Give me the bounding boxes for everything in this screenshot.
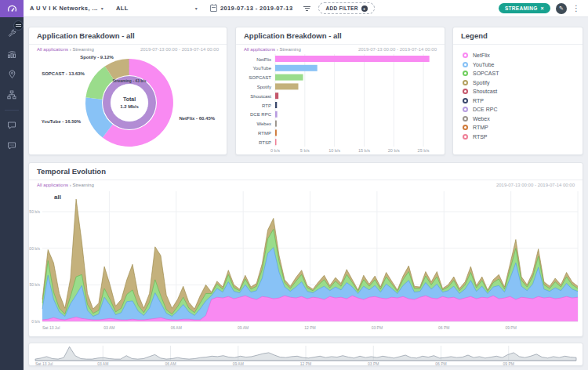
sidebar-item-topology[interactable] [0, 85, 24, 105]
funnel-filter-icon[interactable] [299, 6, 315, 11]
overview-xtick: 06 AM [165, 361, 176, 366]
bar-category-webex: Webex [256, 122, 271, 126]
sidebar-divider [5, 110, 19, 111]
temporal-xtick: Sat 13 Jul [42, 325, 60, 330]
legend-item-spotify[interactable]: Spotify [463, 78, 573, 88]
overview-minimap-chart[interactable]: Sat 13 Jul03 AM06 AM09 AM12 PM03 PM06 PM… [29, 343, 583, 365]
bar-rtp[interactable] [275, 102, 277, 108]
donut-ring-label: Streaming - 43 b/s [112, 78, 146, 83]
bar-shoutcast[interactable] [275, 92, 278, 99]
legend-label: NetFlix [473, 53, 490, 58]
panel-timestamp: 2019-07-13 00:00 - 2019-07-14 00:00 [358, 47, 437, 52]
breadcrumb-link-all-applications[interactable]: All applications [244, 47, 275, 52]
legend-label: DCE RPC [473, 107, 498, 112]
bar-category-rtp: RTP [262, 103, 271, 108]
temporal-xtick: 09 AM [238, 325, 249, 330]
donut-label-spotify: Spotify - 9.12% [80, 55, 114, 60]
sidebar-item-analytics[interactable] [0, 44, 24, 64]
temporal-ytick: 150 b/s [29, 209, 40, 214]
breadcrumb-link-all-applications[interactable]: All applications [37, 183, 68, 187]
bar-dce-rpc[interactable] [275, 111, 278, 118]
breadcrumb: All applications › Streaming [37, 183, 94, 187]
temporal-ytick: 50 b/s [29, 282, 40, 287]
panel-timestamp: 2019-07-13 00:00 - 2019-07-14 00:00 [140, 47, 219, 52]
donut-label-youtube: YouTube - 16.50% [42, 119, 82, 124]
legend-swatch-icon [463, 80, 468, 85]
bar-rtmp[interactable] [275, 129, 277, 136]
donut-label-sopcast: SOPCAST - 13.63% [42, 71, 85, 76]
legend-item-dce-rpc[interactable]: DCE RPC [463, 105, 573, 114]
bar-sopcast[interactable] [275, 74, 303, 81]
chevron-down-icon: ▾ [101, 5, 103, 11]
temporal-ytick: 100 b/s [29, 246, 40, 251]
temporal-xtick: 03 AM [103, 325, 114, 330]
date-range-picker[interactable]: 2019-07-13 - 2019-07-13 [204, 0, 299, 16]
legend-swatch-icon [463, 125, 468, 130]
chip-remove-icon[interactable]: × [541, 5, 544, 11]
legend-item-rtmp[interactable]: RTMP [463, 123, 573, 132]
legend-swatch-icon [463, 62, 468, 67]
calendar-icon [210, 5, 217, 12]
legend-item-rtp[interactable]: RTP [463, 96, 573, 106]
sidebar-item-locations[interactable] [0, 64, 24, 85]
filter-chip-streaming[interactable]: STREAMING × [499, 3, 550, 13]
temporal-area-chart: 0 b/s50 b/s100 b/s150 b/sSat 13 Jul03 AM… [29, 188, 583, 336]
legend-swatch-icon [463, 107, 468, 112]
analytics-chart-icon [7, 49, 16, 59]
temporal-xtick: 06 AM [171, 325, 182, 330]
sidebar-item-dashboard[interactable] [0, 0, 24, 17]
panel-application-breakdown-bars: Application Breakdown - all All applicat… [235, 27, 445, 155]
bar-rtsp[interactable] [275, 139, 277, 145]
bar-category-netflix: NetFlix [256, 57, 271, 62]
location-pin-icon [8, 70, 16, 79]
overview-xtick: 06 PM [435, 361, 446, 366]
chevron-down-icon: ▾ [195, 5, 198, 11]
panel-title: Temporal Evolution [29, 163, 583, 180]
temporal-xtick: 12 PM [304, 325, 315, 330]
temporal-xtick: 03 PM [372, 325, 383, 330]
network-selector-label: A U V I K Networks, ... [30, 5, 98, 12]
legend-item-youtube[interactable]: YouTube [463, 60, 573, 70]
overview-xtick: 09 AM [233, 361, 244, 366]
legend-item-rtsp[interactable]: RTSP [463, 132, 573, 142]
breadcrumb-link-all-applications[interactable]: All applications [37, 47, 68, 52]
panel-temporal-evolution: Temporal Evolution All applications › St… [28, 162, 583, 337]
speedometer-dashboard-icon [7, 4, 17, 14]
bar-netflix[interactable] [275, 56, 430, 62]
add-filter-label: ADD FILTER [325, 5, 358, 11]
legend-item-webex[interactable]: Webex [463, 114, 573, 124]
network-selector[interactable]: A U V I K Networks, ... ▾ [24, 0, 110, 16]
bar-xtick: 5 b/s [300, 148, 310, 153]
sidebar-item-feedback[interactable] [0, 136, 24, 156]
add-filter-button[interactable]: ADD FILTER + [318, 2, 374, 14]
bar-youtube[interactable] [275, 65, 318, 71]
legend-label: SOPCAST [473, 71, 499, 76]
bar-category-rtsp: RTSP [259, 140, 271, 145]
bar-spotify[interactable] [275, 83, 298, 89]
date-range-label: 2019-07-13 - 2019-07-13 [220, 5, 293, 12]
sidebar-collapse-toggle[interactable] [13, 20, 24, 31]
legend-item-shoutcast[interactable]: Shoutcast [463, 87, 573, 96]
bar-xtick: 20 b/s [388, 148, 400, 153]
legend-list: NetFlixYouTubeSOPCASTSpotifyShoutcastRTP… [453, 45, 583, 147]
bar-category-rtmp: RTMP [258, 131, 271, 136]
topbar: A U V I K Networks, ... ▾ ALL ▾ 2019-07-… [24, 0, 588, 17]
temporal-ytick: 0 b/s [31, 319, 40, 324]
scope-selector[interactable]: ALL ▾ [110, 5, 204, 12]
bar-category-shoutcast: Shoutcast [250, 94, 271, 99]
temporal-series-label: all [54, 194, 61, 201]
bar-category-spotify: Spotify [257, 85, 271, 89]
sidebar-item-chat[interactable] [0, 115, 24, 136]
panel-timestamp: 2019-07-13 00:00 - 2019-07-14 00:00 [496, 183, 575, 187]
edit-dashboard-button[interactable]: ✎ [556, 3, 567, 14]
legend-item-sopcast[interactable]: SOPCAST [463, 69, 573, 78]
breadcrumb: All applications › Streaming [244, 47, 301, 52]
kebab-menu-button[interactable]: ⋮ [572, 5, 580, 13]
bar-webex[interactable] [275, 121, 277, 127]
breadcrumb-current: Streaming [72, 47, 93, 52]
legend-item-netflix[interactable]: NetFlix [463, 51, 573, 60]
legend-label: Spotify [473, 80, 489, 85]
overview-xtick: 12 PM [300, 361, 311, 366]
panel-overview-minimap[interactable]: Sat 13 Jul03 AM06 AM09 AM12 PM03 PM06 PM… [28, 343, 583, 366]
panel-legend: Legend NetFlixYouTubeSOPCASTSpotifyShout… [452, 27, 583, 155]
